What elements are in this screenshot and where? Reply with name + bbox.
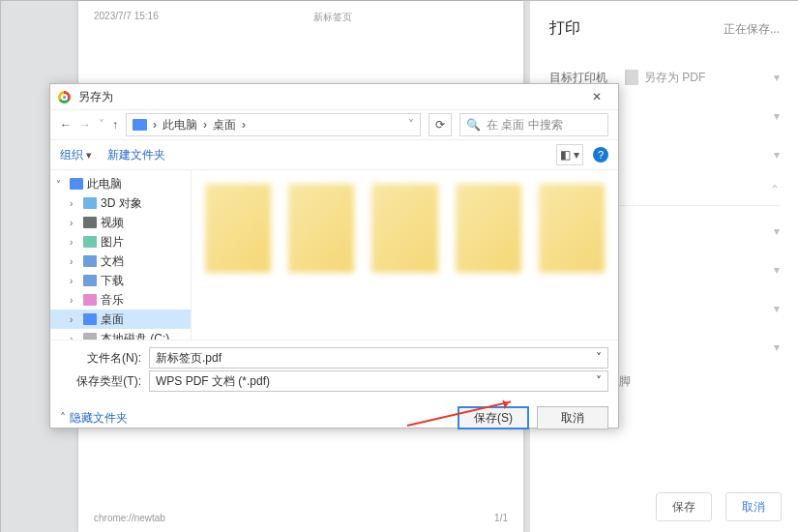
tree-3d-objects[interactable]: ›3D 对象 bbox=[50, 193, 191, 213]
tree-drive-c[interactable]: ›本地磁盘 (C:) bbox=[50, 329, 191, 340]
sidebar-cancel-button[interactable]: 取消 bbox=[725, 492, 782, 521]
chevron-up-icon: ˄ bbox=[60, 411, 66, 425]
file-name-value: 新标签页.pdf bbox=[156, 350, 222, 367]
folder-thumb[interactable] bbox=[539, 184, 605, 273]
help-button[interactable]: ? bbox=[593, 147, 608, 163]
hide-folders-toggle[interactable]: ˄隐藏文件夹 bbox=[60, 410, 128, 427]
folder-thumb[interactable] bbox=[456, 184, 521, 273]
tree-downloads[interactable]: ›下载 bbox=[50, 271, 191, 290]
tree-desktop[interactable]: ›桌面 bbox=[50, 310, 191, 329]
file-thumbnails bbox=[192, 170, 618, 340]
up-button[interactable]: ˅ bbox=[99, 118, 104, 132]
destination-value: 另存为 PDF bbox=[644, 70, 705, 86]
crumb-desktop[interactable]: 桌面 bbox=[213, 117, 236, 133]
back-button[interactable]: ← bbox=[60, 118, 72, 132]
sidebar-save-button[interactable]: 保存 bbox=[656, 492, 712, 521]
dialog-title: 另存为 bbox=[78, 89, 113, 105]
new-folder-button[interactable]: 新建文件夹 bbox=[107, 147, 165, 163]
chevron-down-icon: ▾ bbox=[774, 340, 780, 354]
folder-icon bbox=[133, 119, 147, 131]
preview-timestamp: 2023/7/7 15:16 bbox=[94, 11, 159, 24]
tree-this-pc[interactable]: ˅此电脑 bbox=[50, 174, 191, 193]
file-type-label: 保存类型(T): bbox=[60, 373, 141, 390]
up-arrow-icon[interactable]: ↑ bbox=[112, 118, 118, 132]
forward-button[interactable]: → bbox=[79, 118, 91, 132]
sidebar-status: 正在保存... bbox=[724, 21, 780, 38]
address-bar[interactable]: › 此电脑 › 桌面 › ˅ bbox=[126, 113, 421, 136]
tree-videos[interactable]: ›视频 bbox=[50, 213, 191, 232]
refresh-button[interactable]: ⟳ bbox=[429, 113, 452, 136]
chevron-down-icon: ▾ bbox=[774, 148, 780, 162]
chevron-down-icon: ▾ bbox=[774, 224, 780, 238]
folder-thumb[interactable] bbox=[288, 184, 354, 273]
chevron-down-icon: ▾ bbox=[774, 263, 780, 277]
folder-thumb[interactable] bbox=[205, 184, 271, 273]
chevron-down-icon: ▾ bbox=[774, 302, 780, 315]
location-search-input[interactable]: 🔍 在 桌面 中搜索 bbox=[459, 113, 608, 136]
tree-music[interactable]: ›音乐 bbox=[50, 290, 191, 310]
address-drop-icon[interactable]: ˅ bbox=[408, 118, 414, 132]
file-name-label: 文件名(N): bbox=[60, 350, 141, 367]
view-mode-button[interactable]: ◧ ▾ bbox=[556, 144, 583, 165]
folder-thumb[interactable] bbox=[371, 184, 437, 273]
organize-menu[interactable]: 组织 ▾ bbox=[60, 147, 92, 163]
sidebar-title: 打印 bbox=[549, 18, 580, 39]
tree-pictures[interactable]: ›图片 bbox=[50, 232, 191, 251]
crumb-pc[interactable]: 此电脑 bbox=[163, 117, 197, 133]
tree-documents[interactable]: ›文档 bbox=[50, 251, 191, 271]
dialog-cancel-button[interactable]: 取消 bbox=[537, 406, 608, 429]
pdf-icon bbox=[625, 70, 638, 85]
save-as-dialog: 另存为 ✕ ← → ˅ ↑ › 此电脑 › 桌面 › ˅ ⟳ 🔍 在 桌面 中搜… bbox=[49, 83, 619, 429]
preview-tab-title: 新标签页 bbox=[313, 11, 352, 24]
search-icon: 🔍 bbox=[466, 118, 481, 132]
chevron-down-icon[interactable]: ˅ bbox=[596, 374, 602, 388]
file-type-value: WPS PDF 文档 (*.pdf) bbox=[156, 373, 270, 390]
close-button[interactable]: ✕ bbox=[583, 90, 610, 103]
file-name-input[interactable]: 新标签页.pdf ˅ bbox=[149, 347, 608, 369]
search-placeholder: 在 桌面 中搜索 bbox=[487, 117, 563, 133]
file-type-select[interactable]: WPS PDF 文档 (*.pdf) ˅ bbox=[149, 370, 608, 392]
chevron-down-icon: ▾ bbox=[774, 109, 780, 123]
chevron-down-icon[interactable]: ˅ bbox=[596, 351, 602, 365]
preview-footer-url: chrome://newtab bbox=[94, 513, 165, 523]
chrome-icon bbox=[58, 91, 71, 103]
preview-page-number: 1/1 bbox=[494, 513, 508, 523]
nav-tree: ˅此电脑 ›3D 对象 ›视频 ›图片 ›文档 ›下载 ›音乐 ›桌面 ›本地磁… bbox=[50, 170, 192, 340]
chevron-down-icon: ▾ bbox=[774, 71, 780, 84]
